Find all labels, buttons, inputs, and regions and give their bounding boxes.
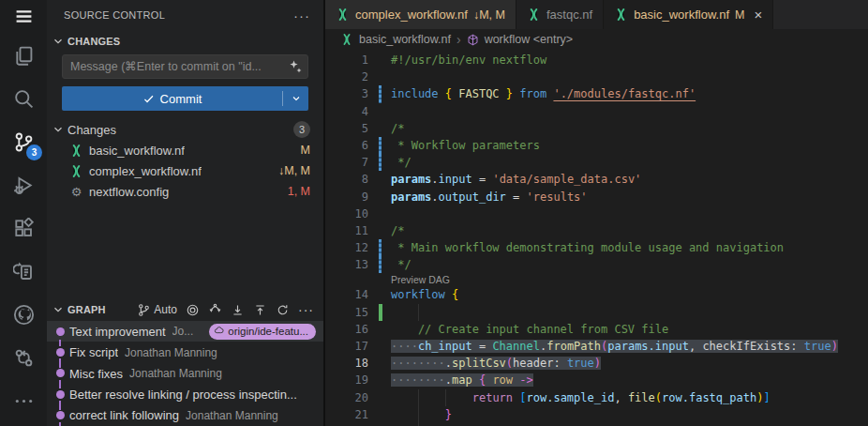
commit-button-main[interactable]: Commit <box>62 92 282 106</box>
code-line[interactable]: 17····ch_input = Channel.fromPath(params… <box>325 338 868 355</box>
more-actions-icon[interactable]: ··· <box>293 8 310 23</box>
git-status-decoration: M <box>301 144 310 157</box>
changes-section-header[interactable]: CHANGES <box>47 30 323 53</box>
graph-actions: Auto··· <box>137 302 314 317</box>
code-token <box>500 87 506 100</box>
graph-section-title: GRAPH <box>67 304 106 315</box>
changes-tree-header[interactable]: Changes 3 <box>47 119 323 140</box>
code-line[interactable]: 4 <box>325 103 868 120</box>
code-line[interactable]: 5/* <box>325 120 868 137</box>
editor-tab[interactable]: basic_workflow.nfM× <box>604 0 773 29</box>
close-icon[interactable]: × <box>754 8 762 22</box>
code-line[interactable]: 11/* <box>325 222 868 239</box>
code-token: } <box>445 408 452 421</box>
github-activity-button[interactable] <box>0 295 47 338</box>
commit-dropdown-button[interactable] <box>283 86 308 111</box>
fetch-icon[interactable] <box>208 303 222 317</box>
menu-activity-button[interactable] <box>0 0 47 36</box>
code-token: file <box>628 391 655 404</box>
code-line[interactable]: 6 * Workflow parameters <box>325 137 868 154</box>
editor-tab[interactable]: fastqc.nf <box>516 0 604 29</box>
code-token: [ <box>519 391 526 404</box>
code-token: splitCsv <box>452 357 506 370</box>
extensions-activity-button[interactable] <box>0 208 47 251</box>
code-line[interactable]: 20 return [row.sample_id, file(row.fastq… <box>325 389 868 406</box>
editor-group: complex_workflow.nf↓M, Mfastqc.nfbasic_w… <box>323 0 868 426</box>
code-token <box>391 391 472 404</box>
line-number: 9 <box>325 189 368 205</box>
push-icon[interactable] <box>253 303 267 317</box>
line-number: 14 <box>325 286 368 303</box>
code-line[interactable]: 21 } <box>325 406 868 423</box>
code-token: , <box>614 391 627 404</box>
references-activity-button[interactable] <box>0 251 47 295</box>
modified-line-marker <box>379 239 382 256</box>
branch-icon[interactable]: Auto <box>137 303 177 317</box>
compare-activity-button[interactable] <box>0 338 47 381</box>
vscode-window: 3 SOURCE CONTROL ··· CHANGES Commit <box>0 0 868 426</box>
code-editor[interactable]: 1#!/usr/bin/env nextflow23include { FAST… <box>325 50 868 426</box>
branch-ref-pill[interactable]: origin/ide-featu... <box>209 324 316 340</box>
line-number: 5 <box>325 120 368 137</box>
breadcrumb-file[interactable]: basic_workflow.nf <box>359 33 451 46</box>
code-line[interactable]: 15 <box>325 304 868 321</box>
code-token: params.input <box>607 340 689 353</box>
code-token: ) <box>594 357 601 370</box>
breadcrumb[interactable]: basic_workflow.nf › workflow <entry> <box>325 29 868 50</box>
line-content: include { FASTQC } from './modules/fastq… <box>391 85 696 102</box>
explorer-activity-button[interactable] <box>0 36 47 79</box>
line-content: } <box>391 406 452 423</box>
changed-file-row[interactable]: basic_workflow.nfM <box>47 140 323 160</box>
code-token: . <box>431 173 438 186</box>
code-line[interactable]: 10 <box>325 205 868 222</box>
code-token: checkIfExists: <box>702 340 797 353</box>
code-token: */ <box>391 156 412 169</box>
nextflow-icon <box>614 8 628 22</box>
commit-message-input[interactable] <box>62 54 308 79</box>
changed-file-row[interactable]: ⚙nextflow.config1, M <box>47 181 323 202</box>
code-line[interactable]: 16 // Create input channel from CSV file <box>325 321 868 338</box>
code-line[interactable]: 9params.output_dir = 'results' <box>325 189 868 205</box>
commit-row[interactable]: Better resolve linking / process inspect… <box>47 384 323 404</box>
chevron-down-icon <box>291 93 302 104</box>
commit-row[interactable]: Text improvementJo...origin/ide-featu... <box>47 321 323 342</box>
source-control-activity-button[interactable]: 3 <box>0 122 47 165</box>
code-line[interactable]: 18········.splitCsv(header: true) <box>325 355 868 372</box>
commit-row[interactable]: Misc fixesJonathan Manning <box>47 363 323 384</box>
line-number: 1 <box>325 52 368 68</box>
line-content: ····ch_input = Channel.fromPath(params.i… <box>391 338 838 355</box>
line-content: // Create input channel from CSV file <box>391 321 668 338</box>
code-line[interactable]: 2 <box>325 68 868 85</box>
commit-row[interactable]: correct link followingJonathan Manning <box>47 405 323 426</box>
code-token: // Create input channel from CSV file <box>391 323 668 336</box>
breadcrumb-symbol[interactable]: workflow <entry> <box>485 33 573 46</box>
code-token: true <box>804 340 831 353</box>
debug-activity-button[interactable] <box>0 165 47 208</box>
commit-row[interactable]: Fix scriptJonathan Manning <box>47 342 323 362</box>
changed-file-row[interactable]: complex_workflow.nf↓M, M <box>47 160 323 181</box>
code-line[interactable]: 19········.map { row -> <box>325 372 868 388</box>
code-line[interactable]: 13 */ <box>325 256 868 273</box>
editor-tab[interactable]: complex_workflow.nf↓M, M <box>325 0 516 29</box>
code-line[interactable]: 14workflow { <box>325 286 868 303</box>
search-activity-button[interactable] <box>0 79 47 122</box>
commit-button[interactable]: Commit <box>62 86 308 111</box>
more-activity-button[interactable] <box>0 381 47 424</box>
line-number: 11 <box>325 222 368 239</box>
code-line[interactable]: 7 */ <box>325 154 868 171</box>
code-line[interactable]: 1#!/usr/bin/env nextflow <box>325 52 868 68</box>
refresh-icon[interactable] <box>276 303 290 317</box>
code-token: ch_input <box>418 340 472 353</box>
code-line[interactable]: 12 * Main workflow demonstrating module … <box>325 239 868 256</box>
target-icon[interactable] <box>186 303 200 317</box>
sparkle-icon[interactable] <box>288 59 303 74</box>
code-line[interactable]: 8params.input = 'data/sample_data.csv' <box>325 171 868 188</box>
more-icon[interactable]: ··· <box>298 302 314 317</box>
symbol-module-icon <box>467 34 479 46</box>
pull-icon[interactable] <box>231 303 245 317</box>
line-number: 7 <box>325 154 368 171</box>
commit-message: correct link following <box>69 408 179 422</box>
code-line[interactable]: 3include { FASTQC } from './modules/fast… <box>325 85 868 102</box>
graph-section-header[interactable]: GRAPH Auto··· <box>47 298 323 321</box>
codelens-preview-dag[interactable]: Preview DAG <box>391 273 868 286</box>
